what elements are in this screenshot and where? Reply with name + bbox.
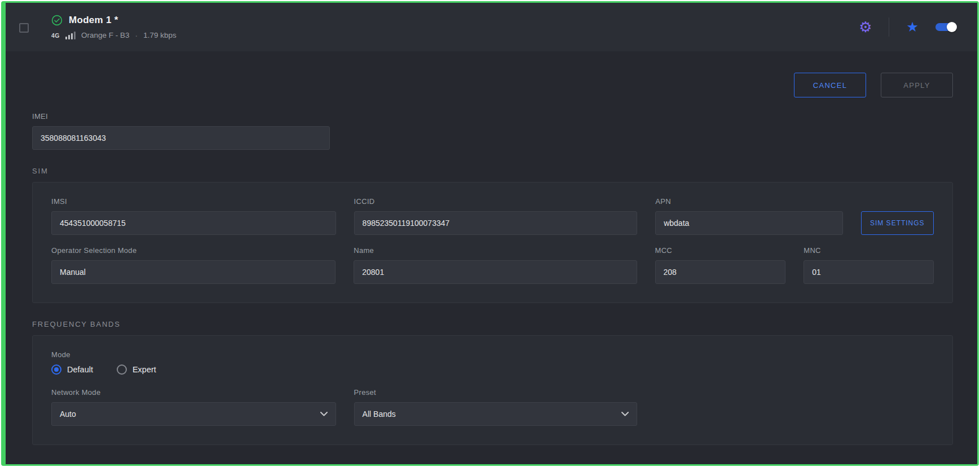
cancel-button[interactable]: CANCEL (794, 73, 866, 97)
name-field: Name (354, 246, 637, 284)
iccid-field: ICCID (354, 197, 638, 235)
network-mode-field: Network Mode Auto (51, 388, 336, 426)
apn-input[interactable] (655, 211, 842, 235)
network-type-label: 4G (51, 32, 60, 39)
apply-button[interactable]: APPLY (881, 73, 953, 97)
sim-settings-button[interactable]: SIM SETTINGS (861, 211, 934, 235)
operator-mode-label: Operator Selection Mode (51, 246, 336, 255)
bitrate-label: 1.79 kbps (143, 31, 176, 39)
network-mode-value: Auto (60, 410, 76, 419)
imei-label: IMEI (32, 112, 330, 121)
sim-panel: IMSI ICCID APN SIM SETTINGS Op (32, 182, 953, 303)
chevron-down-icon (621, 412, 629, 416)
mcc-field: MCC (655, 246, 786, 284)
network-mode-select[interactable]: Auto (51, 402, 336, 426)
imei-input[interactable] (32, 126, 330, 150)
mcc-label: MCC (655, 246, 786, 255)
page-title: Modem 1 * (69, 15, 118, 26)
gear-icon[interactable]: ⚙ (859, 20, 872, 34)
preset-field: Preset All Bands (354, 388, 638, 426)
header: Modem 1 * 4G Orange F - B3 · 1.79 kbps ⚙… (6, 3, 977, 51)
chevron-down-icon (320, 412, 328, 416)
iccid-label: ICCID (354, 197, 638, 206)
imsi-input[interactable] (51, 211, 336, 235)
mcc-input[interactable] (655, 260, 786, 284)
preset-label: Preset (354, 388, 638, 397)
operator-mode-input[interactable] (51, 260, 336, 284)
iccid-input[interactable] (354, 211, 638, 235)
operator-label: Orange F - B3 (81, 31, 130, 39)
imsi-label: IMSI (51, 197, 336, 206)
radio-expert[interactable]: Expert (117, 364, 156, 375)
apn-field: APN (655, 197, 842, 235)
sim-section-title: SIM (32, 167, 953, 175)
signal-strength-icon (65, 32, 76, 39)
mnc-input[interactable] (804, 260, 934, 284)
frequency-panel: Mode Default Expert Network Mode Auto (32, 335, 953, 445)
name-input[interactable] (354, 260, 637, 284)
preset-value: All Bands (363, 410, 396, 419)
frequency-section-title: FREQUENCY BANDS (32, 320, 953, 328)
select-checkbox[interactable] (19, 23, 29, 33)
radio-default-circle (51, 364, 61, 375)
form-actions: CANCEL APPLY (32, 73, 953, 97)
header-actions: ⚙ ★ (859, 17, 957, 37)
modem-card: Modem 1 * 4G Orange F - B3 · 1.79 kbps ⚙… (1, 1, 979, 466)
mnc-label: MNC (804, 246, 934, 255)
header-divider (889, 17, 889, 37)
operator-mode-field: Operator Selection Mode (51, 246, 336, 284)
radio-default-label: Default (67, 365, 93, 374)
preset-select[interactable]: All Bands (354, 402, 638, 426)
imei-field: IMEI (32, 112, 330, 150)
mode-radio-group: Default Expert (51, 364, 934, 375)
apn-label: APN (655, 197, 842, 206)
star-icon[interactable]: ★ (906, 20, 919, 34)
modem-settings-form: CANCEL APPLY IMEI SIM IMSI ICCID APN (6, 51, 977, 464)
network-mode-label: Network Mode (51, 388, 336, 397)
sim-settings-cell: SIM SETTINGS (861, 197, 934, 235)
radio-default[interactable]: Default (51, 364, 93, 375)
imsi-field: IMSI (51, 197, 336, 235)
status-ok-icon (51, 15, 63, 26)
title-block: Modem 1 * 4G Orange F - B3 · 1.79 kbps (51, 15, 176, 40)
modem-enable-toggle[interactable] (935, 22, 957, 32)
mnc-field: MNC (804, 246, 934, 284)
mode-label: Mode (51, 350, 934, 359)
radio-expert-circle (117, 364, 127, 375)
radio-expert-label: Expert (133, 365, 156, 374)
separator-dot: · (135, 31, 138, 40)
name-label: Name (354, 246, 637, 255)
sim-settings-spacer (861, 197, 934, 206)
